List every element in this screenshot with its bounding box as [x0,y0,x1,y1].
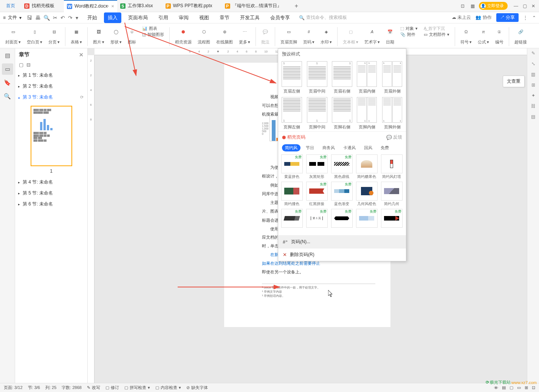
tpl-item[interactable]: 简约撞色 [280,182,303,207]
rb-select-icon[interactable]: ⤡ [531,61,535,66]
new-tab-button[interactable]: + [291,3,302,9]
tpl-item[interactable]: 免费 [280,209,303,234]
print-icon[interactable]: 🖶 [35,15,40,21]
status-section[interactable]: 节: 3/6 [28,385,40,390]
tpl-item[interactable]: 免费红黑拼接 [305,182,328,207]
tag-national[interactable]: 国风 [361,144,375,151]
cloud-button[interactable]: ☁ 未上云 [452,14,471,21]
ribbon-chart[interactable]: 📊 图表 [142,26,164,31]
rb-book-icon[interactable]: ▤ [531,114,535,119]
dd-header-center[interactable]: 1页眉中间 [305,61,328,94]
menu-tab-reference[interactable]: 引用 [155,12,172,23]
float-check-button[interactable]: 文查重 [503,76,525,87]
tab-ppt2[interactable]: P 『端午狂欢...情满节日』 [222,0,291,12]
menu-tab-vip[interactable]: 会员专享 [266,12,294,23]
leftbar-bookmark-icon[interactable]: 🔖 [2,77,13,88]
view-read-icon[interactable]: ▤ [502,385,506,390]
menu-tab-section[interactable]: 章节 [216,12,233,23]
dd-header-inner[interactable]: 11页眉内侧 [356,61,378,94]
tag-festival[interactable]: 节日 [303,144,317,151]
menu-tab-start[interactable]: 开始 [84,12,101,23]
tab-word[interactable]: W Word教程2.docx ⟳ ✕ [64,0,117,12]
tpl-item[interactable]: 简约风灯塔 [380,154,403,179]
share-button[interactable]: ↗ 分享 [496,13,519,22]
dd-footer-right[interactable]: 1页脚右侧 [331,97,353,130]
ribbon-object[interactable]: ⬚ 对象▾ [400,26,418,31]
ribbon-table[interactable]: ▦表格▾ [68,25,84,45]
tool-expand-icon[interactable]: ▢ [19,62,23,68]
zoom-fit-icon[interactable]: ⊡ [532,385,535,390]
ribbon-dropcap[interactable]: A͟ 首字下沉 [424,26,449,31]
menu-tab-view[interactable]: 视图 [195,12,213,23]
view-page-icon[interactable]: ▢ [510,385,513,390]
file-menu[interactable]: ≡ 文件 ▾ [3,14,22,21]
section-item-active[interactable]: ▴第 3 节: 未命名⟳ [15,92,87,103]
ribbon-docparts[interactable]: ▭ 文档部件▾ [424,32,449,37]
ribbon-icon[interactable]: ☺图标 [125,25,138,45]
ribbon-formula[interactable]: π公式▾ [475,25,491,45]
tag-simple[interactable]: 简约风 [282,144,300,151]
ribbon-cover[interactable]: ▭封面页▾ [3,25,23,45]
tpl-item[interactable]: 免费灰黑矩形 [305,154,328,179]
ribbon-comment[interactable]: 💬批注 [259,25,272,45]
chevron-down-icon[interactable]: ▾ [76,15,78,21]
section-item[interactable]: ▸第 5 节: 未命名 [15,188,87,199]
ribbon-picture[interactable]: 🖼图片▾ [91,25,107,45]
dd-footer-center[interactable]: 1页脚中间 [305,97,328,130]
status-content[interactable]: ▢ 内容检查 ▾ [155,385,181,390]
menu-tab-layout[interactable]: 页面布局 [124,12,152,23]
rb-settings-icon[interactable]: ⊞ [531,82,535,88]
minimize-button[interactable]: — [514,3,518,9]
preview-icon[interactable]: 🔍 [43,15,50,21]
tpl-item[interactable]: 简约几何 [380,182,403,207]
view-outline-icon[interactable]: ⊞ [525,385,528,390]
tpl-item[interactable]: 免费 [330,209,353,234]
login-button[interactable]: 👤 立即登录 [479,2,508,10]
ribbon-wordart[interactable]: A艺术字▾ [362,25,382,45]
ribbon-resource[interactable]: ⬢稻壳资源 [173,25,194,45]
thumbnail[interactable]: ████ ███ ██ ██████████ ████ ████ ███ ███… [15,103,87,177]
status-rewrite[interactable]: ✎ 改写 [87,385,100,390]
tpl-item[interactable]: 几何风橙色 [355,182,378,207]
tool-collapse-icon[interactable]: ⊟ [26,62,31,68]
menu-tab-dev[interactable]: 开发工具 [236,12,263,23]
rb-sparkle-icon[interactable]: ✦ [531,93,535,98]
menu-tab-insert[interactable]: 插入 [104,12,121,23]
view-eye-icon[interactable]: 👁 [494,386,498,390]
close-sidebar-icon[interactable]: ✕ [79,52,84,58]
ribbon-symbol[interactable]: Ω符号▾ [458,25,474,45]
tab-template[interactable]: D 找稻壳模板 [21,0,64,12]
collab-button[interactable]: 👥 协作 [475,14,491,21]
section-item[interactable]: ▸第 4 节: 未命名 [15,177,87,188]
tag-cartoon[interactable]: 卡通风 [340,144,359,151]
undo-icon[interactable]: ↶ [60,15,65,21]
ribbon-pagenumber[interactable]: #页码▾ [301,25,317,45]
tab-ppt1[interactable]: P WPS PPT教程.pptx [163,0,222,12]
more-icon[interactable]: ⋮ [523,15,528,20]
section-item[interactable]: ▸第 6 节: 未命名 [15,199,87,210]
rb-pencil-icon[interactable]: ✎ [531,51,535,56]
tag-free[interactable]: 免费 [378,144,392,151]
ribbon-attach[interactable]: 📎 附件 [400,32,418,37]
tab-sheet[interactable]: S 工作簿3.xlsx [117,0,163,12]
ribbon-headerfooter[interactable]: ▭页眉页脚 [278,25,299,45]
redo-icon[interactable]: ↷ [68,15,73,21]
section-item[interactable]: ▸第 1 节: 未命名 [15,70,87,81]
section-item[interactable]: ▸第 2 节: 未命名 [15,81,87,92]
refresh-icon[interactable]: ⟳ [106,4,109,8]
dd-footer-left[interactable]: 1页脚左侧 [280,97,303,130]
tpl-item[interactable]: 免费蓝色渐变 [330,182,353,207]
refresh-icon[interactable]: ⟳ [80,95,84,100]
ribbon-mind[interactable]: ⊛在线脑图 [214,25,235,45]
rb-chain-icon[interactable]: ⛓ [531,103,536,109]
menu-tab-review[interactable]: 审阅 [175,12,192,23]
dd-footer-outer[interactable]: 11页脚外侧 [381,97,404,130]
tpl-item[interactable]: 免费 [355,209,378,234]
feedback-button[interactable]: 💬 反馈 [386,134,402,140]
save-icon[interactable]: 🖫 [27,15,32,21]
scissors-icon[interactable]: ✂ [53,15,57,21]
ribbon-date[interactable]: 📅日期 [384,25,397,45]
status-page[interactable]: 页面: 3/12 [4,385,23,390]
maximize-button[interactable]: ▢ [523,3,527,9]
ribbon-smartart[interactable]: ◫ 智能图形 [142,32,164,37]
